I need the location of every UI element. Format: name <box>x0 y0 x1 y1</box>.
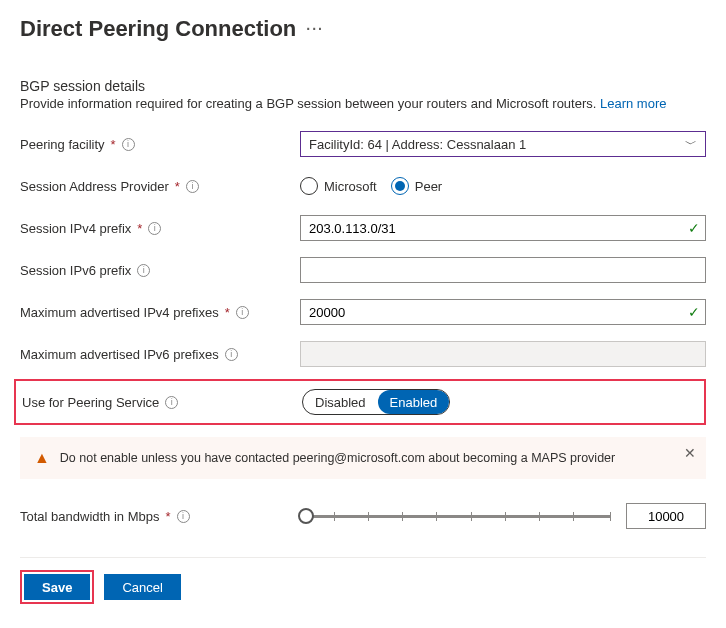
info-icon[interactable]: i <box>236 306 249 319</box>
info-icon[interactable]: i <box>186 180 199 193</box>
ipv6-prefix-input[interactable] <box>300 257 706 283</box>
bandwidth-slider[interactable] <box>300 506 610 526</box>
peering-facility-label: Peering facility <box>20 137 105 152</box>
footer-divider <box>20 557 706 558</box>
radio-microsoft[interactable]: Microsoft <box>300 177 377 195</box>
radio-microsoft-label: Microsoft <box>324 179 377 194</box>
info-icon[interactable]: i <box>165 396 178 409</box>
slider-line <box>300 515 610 518</box>
maps-warning-alert: ▲ Do not enable unless you have contacte… <box>20 437 706 479</box>
bandwidth-input[interactable] <box>626 503 706 529</box>
radio-circle-icon <box>300 177 318 195</box>
session-provider-label: Session Address Provider <box>20 179 169 194</box>
toggle-disabled: Disabled <box>303 390 378 414</box>
toggle-enabled: Enabled <box>378 390 450 414</box>
peering-facility-value: FacilityId: 64 | Address: Cessnalaan 1 <box>309 137 526 152</box>
max-ipv6-label: Maximum advertised IPv6 prefixes <box>20 347 219 362</box>
required-mark: * <box>137 221 142 236</box>
ipv4-prefix-input[interactable] <box>300 215 706 241</box>
highlight-peering-service: Use for Peering Service i Disabled Enabl… <box>14 379 706 425</box>
title-text: Direct Peering Connection <box>20 16 296 42</box>
cancel-button[interactable]: Cancel <box>104 574 180 600</box>
row-peering-facility: Peering facility * i FacilityId: 64 | Ad… <box>20 127 706 161</box>
peering-service-toggle[interactable]: Disabled Enabled <box>302 389 450 415</box>
radio-peer-label: Peer <box>415 179 442 194</box>
info-icon[interactable]: i <box>225 348 238 361</box>
row-session-provider: Session Address Provider * i Microsoft P… <box>20 169 706 203</box>
peering-service-label: Use for Peering Service <box>22 395 159 410</box>
radio-peer[interactable]: Peer <box>391 177 442 195</box>
required-mark: * <box>165 509 170 524</box>
footer: Save Cancel <box>20 570 706 604</box>
row-ipv4-prefix: Session IPv4 prefix * i ✓ <box>20 211 706 245</box>
close-icon[interactable]: ✕ <box>684 445 696 461</box>
peering-facility-dropdown[interactable]: FacilityId: 64 | Address: Cessnalaan 1 ﹀ <box>300 131 706 157</box>
max-ipv6-input <box>300 341 706 367</box>
chevron-down-icon: ﹀ <box>685 136 697 153</box>
info-icon[interactable]: i <box>177 510 190 523</box>
info-icon[interactable]: i <box>122 138 135 151</box>
row-ipv6-prefix: Session IPv6 prefix i <box>20 253 706 287</box>
ipv6-prefix-label: Session IPv6 prefix <box>20 263 131 278</box>
section-description: Provide information required for creatin… <box>20 96 706 111</box>
row-max-ipv6: Maximum advertised IPv6 prefixes i <box>20 337 706 371</box>
required-mark: * <box>225 305 230 320</box>
ipv4-prefix-label: Session IPv4 prefix <box>20 221 131 236</box>
max-ipv4-input[interactable] <box>300 299 706 325</box>
page-title: Direct Peering Connection ··· <box>20 16 706 42</box>
alert-text: Do not enable unless you have contacted … <box>60 451 615 465</box>
save-button[interactable]: Save <box>24 574 90 600</box>
max-ipv4-label: Maximum advertised IPv4 prefixes <box>20 305 219 320</box>
warning-icon: ▲ <box>34 449 50 467</box>
more-icon[interactable]: ··· <box>306 21 324 37</box>
required-mark: * <box>175 179 180 194</box>
info-icon[interactable]: i <box>148 222 161 235</box>
row-bandwidth: Total bandwidth in Mbps * i <box>20 499 706 533</box>
radio-circle-icon <box>391 177 409 195</box>
section-desc-text: Provide information required for creatin… <box>20 96 596 111</box>
required-mark: * <box>111 137 116 152</box>
highlight-save: Save <box>20 570 94 604</box>
slider-thumb[interactable] <box>298 508 314 524</box>
section-heading: BGP session details <box>20 78 706 94</box>
info-icon[interactable]: i <box>137 264 150 277</box>
row-max-ipv4: Maximum advertised IPv4 prefixes * i ✓ <box>20 295 706 329</box>
bandwidth-label: Total bandwidth in Mbps <box>20 509 159 524</box>
learn-more-link[interactable]: Learn more <box>600 96 666 111</box>
